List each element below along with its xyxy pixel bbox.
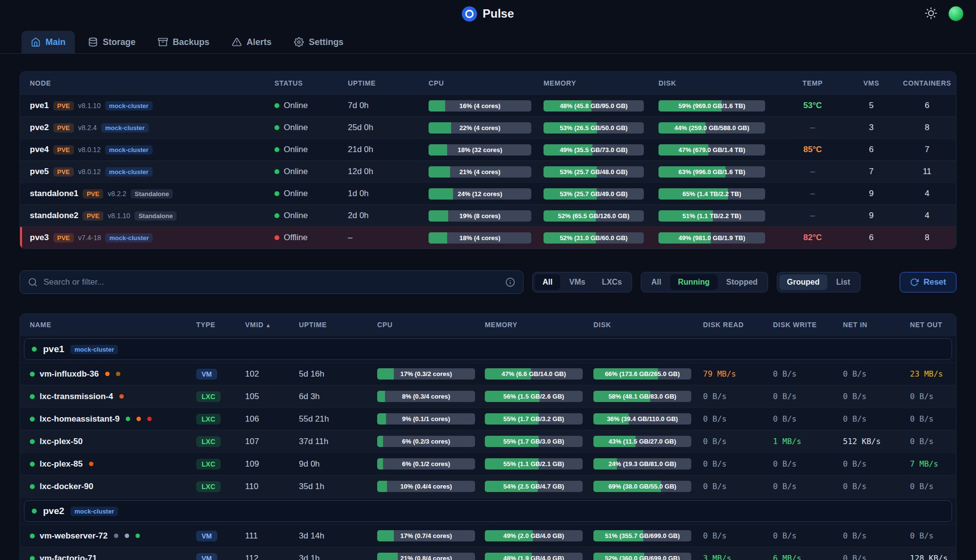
status-label: Online bbox=[284, 167, 308, 177]
guest-row-lxc-transmission-4[interactable]: lxc-transmission-4LXC1056d 3h8% (0.3/4 c… bbox=[20, 385, 956, 407]
usage-bar-label: 49% (35.5 GB/73.0 GB) bbox=[544, 144, 644, 156]
type-filter-option-vms[interactable]: VMs bbox=[561, 274, 593, 290]
column-header-net-out[interactable]: NET OUT bbox=[910, 321, 956, 329]
node-group-row-pve1[interactable]: pve1mock-cluster bbox=[24, 338, 952, 360]
uptime-value: 25d 0h bbox=[348, 123, 429, 133]
usage-bar: 47% (679.0 GB/1.4 TB) bbox=[658, 144, 765, 156]
search-input[interactable] bbox=[44, 277, 499, 287]
vmid-value: 107 bbox=[245, 437, 299, 447]
vmid-value: 111 bbox=[245, 531, 299, 541]
column-header-memory[interactable]: MEMORY bbox=[485, 321, 593, 329]
uptime-value: – bbox=[348, 233, 429, 243]
tab-alerts[interactable]: Alerts bbox=[223, 31, 281, 53]
column-header-vmid[interactable]: VMID▲ bbox=[245, 321, 299, 329]
column-header-cpu[interactable]: CPU bbox=[377, 321, 485, 329]
view-filter-option-grouped[interactable]: Grouped bbox=[779, 274, 828, 290]
tab-settings[interactable]: Settings bbox=[285, 31, 353, 53]
node-row-pve4[interactable]: pve4PVEv8.0.12mock-clusterOnline21d 0h18… bbox=[20, 138, 956, 160]
type-filter-option-lxcs[interactable]: LXCs bbox=[594, 274, 630, 290]
search-icon bbox=[28, 277, 38, 287]
usage-bar-label: 65% (1.4 TB/2.2 TB) bbox=[658, 188, 765, 200]
running-dot bbox=[30, 439, 35, 444]
state-filter-option-stopped[interactable]: Stopped bbox=[719, 274, 766, 290]
usage-bar: 49% (35.5 GB/73.0 GB) bbox=[544, 144, 644, 156]
type-filter-option-all[interactable]: All bbox=[535, 274, 560, 290]
usage-bar-label: 47% (6.6 GB/14.0 GB) bbox=[485, 368, 583, 380]
usage-bar: 52% (360.0 GB/699.0 GB) bbox=[593, 553, 691, 560]
online-dot bbox=[274, 147, 279, 152]
node-row-pve5[interactable]: pve5PVEv8.0.12mock-clusterOnline12d 0h21… bbox=[20, 160, 956, 182]
search-box bbox=[20, 270, 523, 294]
usage-bar-label: 54% (2.5 GB/4.7 GB) bbox=[485, 481, 583, 492]
usage-bar-label: 17% (0.7/4 cores) bbox=[377, 530, 475, 541]
reset-button[interactable]: Reset bbox=[900, 272, 956, 292]
disk-cell: 47% (679.0 GB/1.4 TB) bbox=[658, 144, 781, 156]
disk-read-value: 0 B/s bbox=[703, 482, 773, 491]
column-header-disk-read[interactable]: DISK READ bbox=[703, 321, 773, 329]
guest-row-lxc-plex-50[interactable]: lxc-plex-50LXC10737d 11h6% (0.2/3 cores)… bbox=[20, 430, 956, 452]
guests-table-body: pve1mock-clustervm-influxdb-36VM1025d 16… bbox=[20, 336, 956, 560]
column-header-net-in[interactable]: NET IN bbox=[843, 321, 910, 329]
cpu-cell: 8% (0.3/4 cores) bbox=[377, 391, 485, 402]
column-header-node: NODE bbox=[20, 79, 274, 87]
node-row-standalone1[interactable]: standalone1PVEv8.2.2StandaloneOnline1d 0… bbox=[20, 182, 956, 204]
memory-cell: 52% (31.0 GB/60.0 GB) bbox=[544, 232, 658, 244]
theme-toggle-button[interactable] bbox=[925, 7, 937, 21]
column-header-disk-write[interactable]: DISK WRITE bbox=[773, 321, 843, 329]
node-version: v7.4-18 bbox=[78, 234, 101, 242]
online-dot bbox=[274, 169, 279, 174]
usage-bar: 24% (12 cores) bbox=[429, 188, 531, 200]
node-group-row-pve2[interactable]: pve2mock-cluster bbox=[24, 500, 952, 522]
column-header-uptime[interactable]: UPTIME bbox=[299, 321, 377, 329]
cluster-badge: Standalone bbox=[131, 189, 173, 199]
node-row-pve2[interactable]: pve2PVEv8.2.4mock-clusterOnline25d 0h22%… bbox=[20, 116, 956, 138]
guest-row-lxc-plex-85[interactable]: lxc-plex-85LXC1099d 0h6% (0.1/2 cores)55… bbox=[20, 452, 956, 475]
cpu-cell: 10% (0.4/4 cores) bbox=[377, 481, 485, 492]
state-filter-option-all[interactable]: All bbox=[643, 274, 669, 290]
guests-table: NAMETYPEVMID▲UPTIMECPUMEMORYDISKDISK REA… bbox=[20, 314, 956, 560]
pulse-dashboard: Pulse MainStorageBackupsAlertsSettings N… bbox=[0, 0, 976, 560]
memory-cell: 48% (1.9 GB/4.0 GB) bbox=[485, 553, 593, 560]
state-filter-option-running[interactable]: Running bbox=[670, 274, 718, 290]
usage-bar-label: 10% (0.4/4 cores) bbox=[377, 481, 475, 492]
node-row-pve1[interactable]: pve1PVEv8.1.10mock-clusterOnline7d 0h16%… bbox=[20, 94, 956, 116]
running-dot bbox=[30, 372, 35, 377]
memory-cell: 49% (2.0 GB/4.0 GB) bbox=[485, 530, 593, 541]
vms-count: 6 bbox=[844, 145, 898, 155]
usage-bar: 53% (26.5 GB/50.0 GB) bbox=[544, 122, 644, 134]
usage-bar-label: 48% (1.9 GB/4.0 GB) bbox=[485, 553, 583, 560]
pve-badge: PVE bbox=[53, 167, 74, 177]
view-filter-option-list[interactable]: List bbox=[828, 274, 858, 290]
cpu-cell: 21% (0.8/4 cores) bbox=[377, 553, 485, 560]
tab-backups[interactable]: Backups bbox=[149, 31, 219, 53]
usage-bar-label: 48% (45.8 GB/95.0 GB) bbox=[544, 100, 644, 112]
column-header-status: STATUS bbox=[274, 79, 348, 87]
disk-write-value: 0 B/s bbox=[773, 414, 843, 424]
guest-row-vm-webserver-72[interactable]: vm-webserver-72VM1113d 14h17% (0.7/4 cor… bbox=[20, 524, 956, 547]
column-header-name[interactable]: NAME bbox=[20, 321, 196, 329]
tab-storage[interactable]: Storage bbox=[79, 31, 145, 53]
guest-row-lxc-homeassistant-9[interactable]: lxc-homeassistant-9LXC10655d 21h9% (0.1/… bbox=[20, 407, 956, 430]
node-row-pve3[interactable]: pve3PVEv7.4-18mock-clusterOffline–18% (4… bbox=[20, 226, 956, 248]
guest-name-cell: lxc-plex-85 bbox=[20, 459, 196, 469]
status-cell: Online bbox=[274, 189, 348, 199]
usage-bar-label: 63% (996.0 GB/1.6 TB) bbox=[658, 166, 765, 178]
disk-read-value: 0 B/s bbox=[703, 392, 773, 401]
guest-row-lxc-docker-90[interactable]: lxc-docker-90LXC11035d 1h10% (0.4/4 core… bbox=[20, 475, 956, 497]
usage-bar: 48% (45.8 GB/95.0 GB) bbox=[544, 100, 644, 112]
cpu-cell: 9% (0.1/1 cores) bbox=[377, 413, 485, 425]
usage-bar: 22% (4 cores) bbox=[429, 122, 531, 134]
usage-bar-label: 24% (19.3 GB/81.0 GB) bbox=[593, 458, 691, 470]
guest-row-vm-factorio-71[interactable]: vm-factorio-71VM1123d 1h21% (0.8/4 cores… bbox=[20, 547, 956, 560]
guest-name: lxc-transmission-4 bbox=[40, 392, 113, 402]
tab-main[interactable]: Main bbox=[22, 31, 75, 53]
tab-label: Backups bbox=[173, 37, 209, 47]
uptime-value: 3d 1h bbox=[299, 554, 377, 560]
avatar[interactable] bbox=[949, 6, 963, 21]
node-row-standalone2[interactable]: standalone2PVEv8.1.10StandaloneOnline2d … bbox=[20, 204, 956, 226]
info-icon[interactable] bbox=[505, 277, 515, 287]
guest-row-vm-influxdb-36[interactable]: vm-influxdb-36VM1025d 16h17% (0.3/2 core… bbox=[20, 362, 956, 385]
column-header-type[interactable]: TYPE bbox=[196, 321, 245, 329]
column-header-disk[interactable]: DISK bbox=[593, 321, 703, 329]
usage-bar-label: 47% (679.0 GB/1.4 TB) bbox=[658, 144, 765, 156]
